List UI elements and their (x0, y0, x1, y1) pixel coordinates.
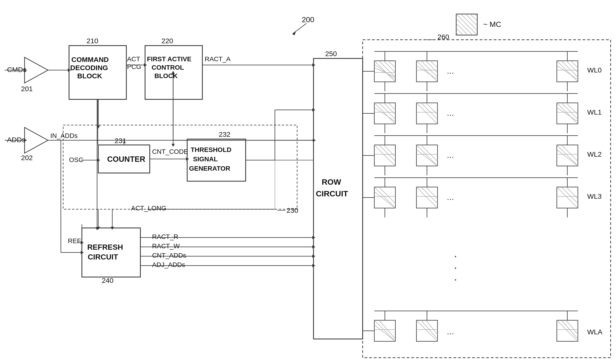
label-cnt-adds: CNT_ADDs (152, 252, 186, 259)
label-wl2: WL2 (587, 150, 602, 158)
diagram-container: ~ MC 200 260 WL0 WL1 WL2 WL3 WLA (0, 0, 616, 364)
label-wl3: WL3 (587, 192, 602, 200)
label-osc: OSC (69, 156, 83, 163)
label-cmd-1: COMMAND (71, 56, 109, 63)
label-tsg-2: SIGNAL (193, 156, 218, 163)
label-ract-w: RACT_W (152, 242, 180, 250)
label-260: 260 (438, 33, 449, 41)
label-act: ACT (127, 55, 140, 63)
svg-text:.: . (454, 270, 457, 283)
label-tsg-3: GENERATOR (189, 165, 230, 172)
label-fac-2: CONTROL (152, 64, 184, 71)
label-counter: COUNTER (107, 155, 145, 163)
label-250: 250 (325, 50, 337, 57)
dots-wl2: ... (447, 150, 454, 160)
label-refresh-1: REFRESH (87, 243, 123, 251)
label-231: 231 (115, 137, 126, 144)
svg-rect-139 (313, 58, 363, 339)
label-cmd-3: BLOCK (77, 72, 102, 80)
label-201: 201 (21, 85, 33, 92)
label-ref: REF (68, 237, 81, 245)
label-ract-a: RACT_A (205, 55, 231, 63)
svg-text:.: . (454, 258, 457, 272)
label-fac-1: FIRST ACTIVE (147, 55, 191, 63)
label-230: 230 (287, 207, 298, 214)
dots-wl1: ... (447, 108, 454, 117)
label-wl1: WL1 (587, 108, 602, 116)
label-adj-adds: ADJ_ADDs (152, 261, 185, 268)
label-tsg-1: THRESHOLD (191, 146, 231, 153)
label-act-long: ACT_LONG (131, 205, 166, 212)
label-row-circuit-1: ROW (322, 177, 341, 186)
dots-wl0: ... (447, 66, 454, 76)
dots-wl3: ... (447, 192, 454, 202)
label-cmds: CMDs (7, 66, 27, 73)
label-wl0: WL0 (587, 66, 602, 74)
dots-vertical: . (454, 247, 457, 260)
label-ract-r: RACT_R (152, 233, 178, 240)
label-refresh-2: CIRCUIT (88, 253, 118, 261)
label-wla: WLA (587, 328, 603, 336)
label-202: 202 (21, 154, 33, 162)
label-210: 210 (87, 37, 98, 45)
figure-number: 200 (302, 15, 314, 24)
label-240: 240 (102, 277, 113, 284)
dots-wla: ... (447, 327, 454, 336)
label-pcg: PCG (127, 63, 141, 70)
legend-label: ~ MC (483, 20, 501, 28)
label-row-circuit-2: CIRCUIT (316, 189, 348, 198)
svg-rect-146 (82, 228, 140, 277)
label-in-adds: IN_ADDs (50, 132, 78, 139)
diagram-svg: ~ MC 200 260 WL0 WL1 WL2 WL3 WLA (0, 0, 616, 364)
label-cmd-2: DECODING (70, 64, 108, 72)
label-adds: ADDs (7, 136, 25, 143)
label-220: 220 (161, 37, 173, 45)
label-232: 232 (219, 130, 230, 138)
label-cnt-code: CNT_CODE (152, 148, 188, 155)
